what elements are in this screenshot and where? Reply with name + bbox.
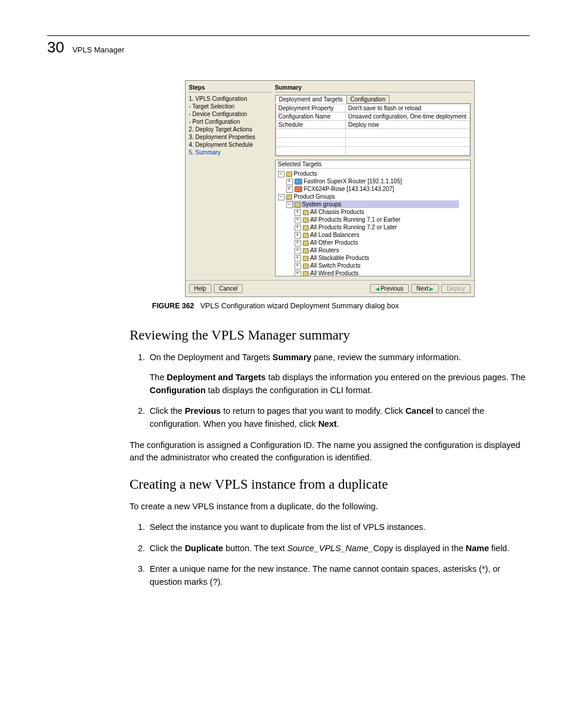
step-sub-item: - Port Configuration [189,118,272,126]
device-icon [295,186,302,192]
tree-collapse-icon[interactable]: − [278,171,285,177]
group-icon [303,271,309,276]
tree-item[interactable]: FastIron SuperX Router [192.1.1.105] [304,178,402,185]
deploy-button[interactable]: Deploy [441,284,470,293]
prop-key: Deployment Property [276,104,345,113]
paragraph: The configuration is assigned a Configur… [130,439,530,464]
list-item: Enter a unique name for the new instance… [147,563,530,589]
page-number: 30 [47,38,64,57]
list-item: Select the instance you want to duplicat… [147,521,530,534]
section-heading-review: Reviewing the VPLS Manager summary [130,328,530,343]
tree-system-groups[interactable]: System groups [302,201,342,207]
tree-item[interactable]: All Chassis Products [310,209,365,215]
tree-collapse-icon[interactable]: − [278,194,285,200]
step-sub-item: - Device Configuration [189,110,272,118]
prop-key: Schedule [276,121,345,129]
page-header: 30 VPLS Manager [47,35,530,57]
tree-expand-icon[interactable]: + [295,217,301,223]
step-sub-item: - Target Selection [189,103,272,110]
prop-val: Deploy now [345,121,470,129]
tree-item[interactable]: All Products Running 7.1 or Earlier [310,216,401,223]
group-icon [303,233,309,238]
router-icon [295,179,302,185]
tree-collapse-icon[interactable]: − [286,202,293,208]
tree-expand-icon[interactable]: + [295,240,301,246]
group-icon [303,256,309,261]
tree-product-groups[interactable]: Product Groups [294,193,335,200]
tree-expand-icon[interactable]: + [295,248,301,254]
tree-item[interactable]: All Switch Products [310,262,361,269]
group-icon [303,241,309,246]
steps-panel: Steps 1. VPLS Configuration - Target Sel… [189,83,272,276]
steps-title: Steps [189,83,272,93]
tree-item[interactable]: All Wired Products [310,270,359,276]
wizard-dialog: Steps 1. VPLS Configuration - Target Sel… [185,80,475,297]
section-heading-duplicate: Creating a new VPLS instance from a dupl… [130,477,530,492]
cancel-button[interactable]: Cancel [214,284,243,293]
page-title: VPLS Manager [72,45,124,54]
figure-caption: FIGURE 362 VPLS Configuration wizard Dep… [152,302,530,310]
tree-item[interactable]: All Stackable Products [310,255,369,261]
tree-expand-icon[interactable]: + [295,232,301,239]
prop-key: Configuration Name [276,113,345,121]
tree-item[interactable]: FCX624P-Rose [143.143.143.207] [304,186,394,192]
group-icon [303,263,309,269]
tree-expand-icon[interactable]: + [286,186,293,193]
tree-item[interactable]: All Products Running 7.2 or Later [310,224,397,230]
figure-number: FIGURE 362 [152,302,194,310]
triangle-right-icon: ▶ [429,286,434,292]
list-item: Click the Duplicate button. The text Sou… [147,542,530,555]
list-item: Click the Previous to return to pages th… [147,405,530,431]
group-icon [295,202,300,207]
summary-title: Summary [275,83,471,93]
dialog-button-bar: Help Cancel ◀Previous Next▶ Deploy [186,280,474,297]
step-item: 2. Deploy Target Actions [189,126,272,133]
step-item: 3. Deployment Properties [189,133,272,141]
figure-text: VPLS Configuration wizard Deployment Sum… [200,302,399,310]
tab-deployment[interactable]: Deployment and Targets [275,95,347,104]
tree-expand-icon[interactable]: + [295,271,301,276]
prop-val: Don't save to flash or reload [345,104,470,113]
tree-item[interactable]: All Routers [310,247,339,253]
group-icon [303,218,309,223]
tree-expand-icon[interactable]: + [295,225,301,231]
group-icon [286,172,292,177]
group-icon [286,195,292,200]
help-button[interactable]: Help [189,284,212,293]
next-button[interactable]: Next▶ [411,284,439,293]
tree-expand-icon[interactable]: + [286,179,293,185]
paragraph: To create a new VPLS instance from a dup… [130,500,530,513]
group-icon [303,248,309,253]
tree-expand-icon[interactable]: + [295,263,301,269]
targets-tree[interactable]: −Products +FastIron SuperX Router [192.1… [275,169,471,276]
tree-expand-icon[interactable]: + [295,255,301,262]
tree-products[interactable]: Products [294,170,317,177]
tree-expand-icon[interactable]: + [295,209,301,216]
group-icon [303,225,309,230]
group-icon [303,210,309,215]
previous-button[interactable]: ◀Previous [370,284,409,293]
tab-configuration[interactable]: Configuration [346,95,389,104]
selected-targets-title: Selected Targets [275,160,471,169]
step-item: 1. VPLS Configuration [189,95,272,103]
step-item: 4. Deployment Schedule [189,141,272,149]
tree-item[interactable]: All Load Balancers [310,232,359,238]
step-current: 5. Summary [189,149,272,156]
summary-panel: Summary Deployment and Targets Configura… [275,83,471,276]
triangle-left-icon: ◀ [375,286,379,292]
tree-item[interactable]: All Other Products [310,239,358,246]
list-item: On the Deployment and Targets Summary pa… [147,351,530,397]
summary-table: Deployment PropertyDon't save to flash o… [276,104,470,156]
prop-val: Unsaved configuration, One-time deployme… [345,113,470,121]
